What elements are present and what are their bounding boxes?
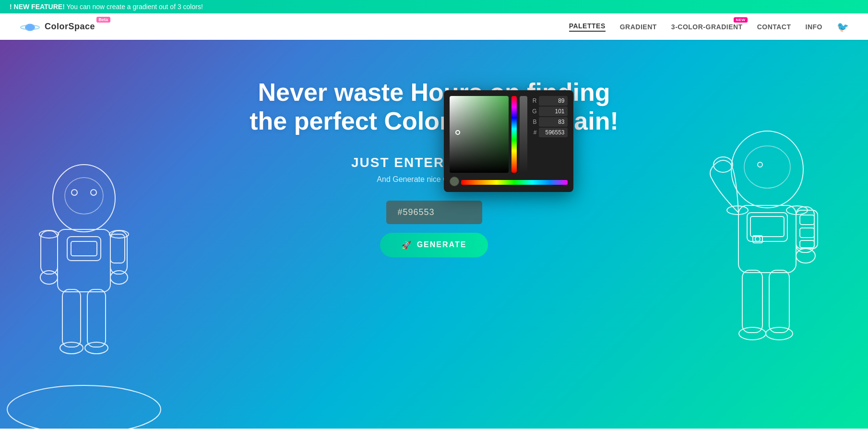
beta-badge: Beta	[96, 17, 111, 23]
picker-rgb-fields: R G B #	[530, 96, 568, 173]
svg-point-23	[744, 146, 790, 188]
picker-color-swatch[interactable]	[450, 177, 459, 186]
svg-point-22	[731, 131, 803, 208]
svg-point-28	[713, 157, 733, 172]
svg-rect-7	[71, 241, 97, 256]
color-hex-input[interactable]	[386, 201, 482, 224]
svg-point-39	[727, 206, 748, 215]
input-area: R G B #	[380, 201, 488, 257]
color-picker-popup: R G B #	[444, 90, 573, 192]
picker-r-row: R	[530, 96, 568, 106]
picker-r-label: R	[530, 97, 537, 104]
announcement-text: You can now create a gradient out of 3 c…	[66, 3, 202, 11]
picker-r-input[interactable]	[539, 96, 568, 106]
logo-area: ColorSpace Beta	[19, 18, 95, 35]
nav-link-contact[interactable]: CONTACT	[757, 23, 791, 31]
navbar: ColorSpace Beta PALETTES GRADIENT 3-COLO…	[0, 13, 868, 40]
picker-hue-bar[interactable]	[511, 96, 516, 173]
picker-g-row: G	[530, 107, 568, 116]
svg-point-15	[85, 342, 108, 354]
announcement-prefix: ! NEW FEATURE!	[10, 3, 65, 11]
svg-rect-27	[796, 207, 814, 252]
generate-label: GENERATE	[417, 240, 467, 249]
svg-point-3	[53, 165, 115, 232]
nav-link-info[interactable]: INFO	[806, 23, 822, 31]
svg-rect-16	[110, 234, 125, 263]
svg-point-11	[110, 271, 128, 284]
picker-hex-field[interactable]	[539, 128, 568, 137]
svg-point-29	[796, 249, 815, 263]
svg-point-32	[739, 327, 766, 340]
astronaut-left-svg	[0, 141, 168, 429]
twitter-icon[interactable]: 🐦	[837, 21, 849, 33]
astronaut-right	[666, 117, 868, 429]
svg-point-14	[60, 342, 83, 354]
hero-section: Never waste Hours on finding the perfect…	[0, 40, 868, 429]
logo-brand-name: ColorSpace	[45, 22, 95, 32]
picker-g-input[interactable]	[539, 107, 568, 116]
picker-main-gradient[interactable]	[450, 96, 509, 173]
picker-b-input[interactable]	[539, 117, 568, 127]
picker-rainbow-strip[interactable]	[461, 180, 568, 185]
picker-hex-label: #	[530, 129, 537, 136]
svg-point-33	[766, 327, 793, 340]
svg-point-38	[758, 162, 762, 167]
astronaut-right-svg	[666, 117, 868, 429]
picker-bottom	[450, 177, 568, 186]
svg-rect-12	[62, 289, 81, 347]
svg-point-42	[755, 237, 760, 241]
svg-point-2	[27, 24, 34, 31]
picker-b-label: B	[530, 119, 537, 125]
logo-text-wrap: ColorSpace Beta	[45, 22, 95, 32]
picker-hex-row: #	[530, 128, 568, 137]
logo-icon	[19, 18, 41, 35]
svg-rect-37	[800, 240, 814, 248]
svg-rect-13	[87, 289, 106, 347]
svg-rect-30	[742, 270, 762, 333]
svg-rect-36	[800, 228, 814, 238]
svg-point-10	[40, 271, 58, 284]
nav-link-gradient[interactable]: GRADIENT	[620, 23, 657, 31]
nav-link-palettes[interactable]: PALETTES	[569, 22, 606, 32]
svg-rect-6	[67, 237, 101, 261]
svg-point-19	[91, 190, 96, 195]
generate-button[interactable]: 🚀 GENERATE	[380, 233, 488, 257]
nav-links: PALETTES GRADIENT 3-COLOR-GRADIENT NEW C…	[569, 21, 849, 33]
astronaut-left	[0, 141, 168, 429]
picker-b-row: B	[530, 117, 568, 127]
svg-rect-26	[750, 216, 784, 237]
announcement-bar: ! NEW FEATURE! You can now create a grad…	[0, 0, 868, 13]
svg-point-4	[65, 178, 103, 214]
picker-alpha-bar[interactable]	[520, 96, 527, 173]
svg-rect-31	[769, 270, 789, 333]
svg-rect-35	[800, 215, 814, 225]
rocket-icon: 🚀	[402, 240, 412, 250]
nav-link-3color[interactable]: 3-COLOR-GRADIENT NEW	[671, 23, 743, 31]
new-badge: NEW	[734, 17, 747, 23]
svg-point-18	[71, 190, 77, 195]
picker-gradient-area: R G B #	[450, 96, 568, 173]
picker-g-label: G	[530, 108, 537, 115]
svg-point-17	[7, 385, 161, 429]
picker-cursor	[455, 130, 460, 135]
